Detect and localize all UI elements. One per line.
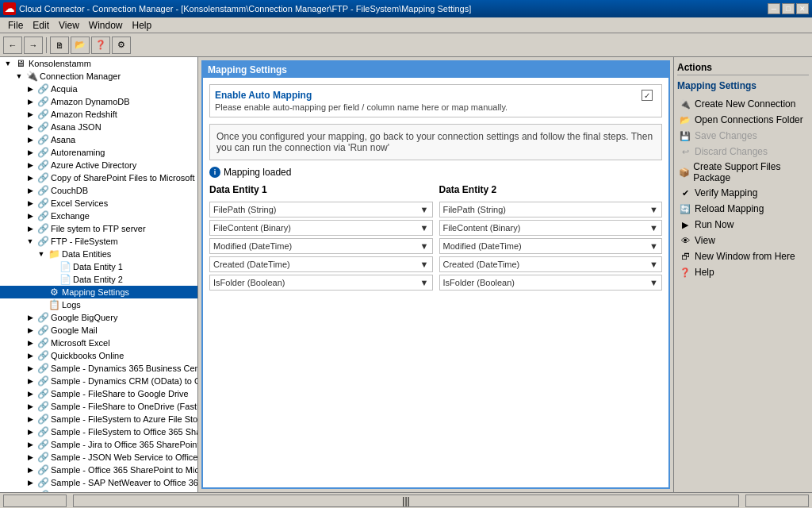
tree-autorenaming[interactable]: ▶ 🔗 Autorenaming — [0, 146, 197, 159]
action-new-window[interactable]: 🗗 New Window from Here — [677, 248, 809, 264]
tree-sample-dynamicscrm[interactable]: ▶ 🔗 Sample - Dynamics CRM (OData) to Of — [0, 375, 197, 387]
tree-amazon-redshift[interactable]: ▶ 🔗 Amazon Redshift — [0, 108, 197, 121]
close-button[interactable]: ✕ — [796, 3, 809, 14]
action-open-connections-folder[interactable]: 📂 Open Connections Folder — [677, 112, 809, 128]
menu-help[interactable]: Help — [128, 18, 157, 33]
mse-expander[interactable]: ▶ — [24, 339, 36, 347]
tree-data-entity-1[interactable]: 📄 Data Entity 1 — [0, 260, 197, 273]
action-help[interactable]: ❓ Help — [677, 264, 809, 280]
sj-expander[interactable]: ▶ — [24, 441, 36, 448]
sdcrm-expander[interactable]: ▶ — [24, 377, 36, 385]
fileftp-expander[interactable]: ▶ — [24, 225, 36, 233]
tree-amazon-dynamodb[interactable]: ▶ 🔗 Amazon DynamoDB — [0, 95, 197, 108]
sfsg-expander[interactable]: ▶ — [24, 390, 36, 398]
dynamodb-expander[interactable]: ▶ — [24, 98, 36, 106]
tree-azure-ad[interactable]: ▶ 🔗 Azure Active Directory — [0, 159, 197, 171]
tree-data-entities[interactable]: ▼ 📁 Data Entities — [0, 248, 197, 260]
tree-sample-dynamics365[interactable]: ▶ 🔗 Sample - Dynamics 365 Business Centr — [0, 362, 197, 375]
minimize-button[interactable]: ─ — [768, 3, 780, 14]
restore-button[interactable]: □ — [782, 3, 795, 14]
entity2-select-1[interactable]: FileContent (Binary) ▼ — [439, 220, 663, 236]
asana-expander[interactable]: ▶ — [24, 136, 36, 144]
sfsa-expander[interactable]: ▶ — [24, 415, 36, 423]
asanajson-expander[interactable]: ▶ — [24, 123, 36, 131]
entity1-select-2[interactable]: Modified (DateTime) ▼ — [209, 238, 433, 254]
cm-expander[interactable]: ▼ — [13, 72, 25, 80]
entity2-select-2[interactable]: Modified (DateTime) ▼ — [439, 238, 663, 254]
tree-mapping-settings[interactable]: ⚙ Mapping Settings — [0, 286, 197, 298]
back-button[interactable]: ← — [3, 37, 22, 54]
action-discard-changes[interactable]: ↩ Discard Changes — [677, 144, 809, 160]
sharepoint-expander[interactable]: ▶ — [24, 174, 36, 182]
gm-expander[interactable]: ▶ — [24, 326, 36, 334]
menu-edit[interactable]: Edit — [28, 18, 54, 33]
acquia-expander[interactable]: ▶ — [24, 85, 36, 93]
menu-file[interactable]: File — [3, 18, 28, 33]
tree-sample-filesystem-office[interactable]: ▶ 🔗 Sample - FileSystem to Office 365 Sh… — [0, 425, 197, 438]
tree-asana[interactable]: ▶ 🔗 Asana — [0, 133, 197, 146]
qb-expander[interactable]: ▶ — [24, 352, 36, 360]
ssap-expander[interactable]: ▶ — [24, 479, 36, 487]
action-reload-mapping[interactable]: 🔄 Reload Mapping — [677, 201, 809, 217]
tree-copy-sharepoint[interactable]: ▶ 🔗 Copy of SharePoint Files to Microsof… — [0, 171, 197, 184]
tree-sample-sap[interactable]: ▶ 🔗 Sample - SAP NetWeaver to Office 365 — [0, 476, 197, 489]
excel-expander[interactable]: ▶ — [24, 199, 36, 207]
ssql-expander[interactable]: ▶ — [24, 491, 36, 492]
sfso-expander[interactable]: ▶ — [24, 402, 36, 410]
tree-logs[interactable]: 📋 Logs — [0, 298, 197, 311]
open-button[interactable]: 📂 — [71, 37, 90, 54]
redshift-expander[interactable]: ▶ — [24, 110, 36, 118]
tree-ftp-filesystem[interactable]: ▼ 🔗 FTP - FileSystem — [0, 235, 197, 248]
new-button[interactable]: 🗎 — [50, 37, 69, 54]
so365-expander[interactable]: ▶ — [24, 466, 36, 474]
tree-google-bq[interactable]: ▶ 🔗 Google BigQuery — [0, 311, 197, 324]
tree-sample-jira[interactable]: ▶ 🔗 Sample - Jira to Office 365 SharePoi… — [0, 438, 197, 451]
entity2-select-0[interactable]: FilePath (String) ▼ — [439, 202, 663, 217]
entity2-select-4[interactable]: IsFolder (Boolean) ▼ — [439, 275, 663, 291]
action-save-changes[interactable]: 💾 Save Changes — [677, 128, 809, 144]
tree-data-entity-2[interactable]: 📄 Data Entity 2 — [0, 273, 197, 286]
tree-excel-services[interactable]: ▶ 🔗 Excel Services — [0, 197, 197, 210]
auto-mapping-checkbox[interactable] — [642, 90, 653, 101]
action-create-support-files[interactable]: 📦 Create Support Files Package — [677, 160, 809, 185]
sjson-expander[interactable]: ▶ — [24, 453, 36, 461]
tree-sample-fileshare-google[interactable]: ▶ 🔗 Sample - FileShare to Google Drive — [0, 387, 197, 400]
tree-couchdb[interactable]: ▶ 🔗 CouchDB — [0, 184, 197, 197]
entity2-select-3[interactable]: Created (DateTime) ▼ — [439, 256, 663, 272]
couchdb-expander[interactable]: ▶ — [24, 187, 36, 194]
menu-window[interactable]: Window — [84, 18, 128, 33]
tree-root[interactable]: ▼ 🖥 Konsolenstamm — [0, 57, 197, 70]
action-create-new-connection[interactable]: 🔌 Create New Connection — [677, 96, 809, 112]
entity1-select-4[interactable]: IsFolder (Boolean) ▼ — [209, 275, 433, 291]
tree-sample-fileshare-onedrive[interactable]: ▶ 🔗 Sample - FileShare to OneDrive (Fast… — [0, 400, 197, 413]
settings-button[interactable]: ⚙ — [112, 37, 131, 54]
forward-button[interactable]: → — [24, 37, 43, 54]
action-view[interactable]: 👁 View — [677, 233, 809, 248]
help-button[interactable]: ❓ — [91, 37, 110, 54]
tree-google-mail[interactable]: ▶ 🔗 Google Mail — [0, 324, 197, 337]
tree-connection-manager[interactable]: ▼ 🔌 Connection Manager — [0, 70, 197, 83]
exchange-expander[interactable]: ▶ — [24, 212, 36, 220]
tree-sample-sql[interactable]: ▶ 🔗 Sample - SQL to Office 365 SharePoin… — [0, 489, 197, 492]
autorenaming-expander[interactable]: ▶ — [24, 148, 36, 156]
tree-sample-json[interactable]: ▶ 🔗 Sample - JSON Web Service to Office … — [0, 451, 197, 464]
left-panel[interactable]: ▼ 🖥 Konsolenstamm ▼ 🔌 Connection Manager… — [0, 57, 198, 492]
ftpfs-expander[interactable]: ▼ — [24, 237, 36, 245]
azure-expander[interactable]: ▶ — [24, 161, 36, 169]
tree-file-ftp[interactable]: ▶ 🔗 File sytem to FTP server — [0, 222, 197, 235]
menu-view[interactable]: View — [54, 18, 84, 33]
action-run-now[interactable]: ▶ Run Now — [677, 217, 809, 233]
tree-acquia[interactable]: ▶ 🔗 Acquia — [0, 83, 197, 95]
root-expander[interactable]: ▼ — [2, 60, 14, 67]
tree-ms-excel[interactable]: ▶ 🔗 Microsoft Excel — [0, 337, 197, 349]
tree-sample-filesystem-azure[interactable]: ▶ 🔗 Sample - FileSystem to Azure File St… — [0, 413, 197, 425]
de-expander[interactable]: ▼ — [35, 250, 48, 258]
entity1-select-0[interactable]: FilePath (String) ▼ — [209, 202, 433, 217]
entity1-select-1[interactable]: FileContent (Binary) ▼ — [209, 220, 433, 236]
entity1-select-3[interactable]: Created (DateTime) ▼ — [209, 256, 433, 272]
tree-exchange[interactable]: ▶ 🔗 Exchange — [0, 210, 197, 222]
sd365-expander[interactable]: ▶ — [24, 364, 36, 372]
tree-asana-json[interactable]: ▶ 🔗 Asana JSON — [0, 121, 197, 133]
tree-sample-office365[interactable]: ▶ 🔗 Sample - Office 365 SharePoint to Mi… — [0, 464, 197, 476]
bq-expander[interactable]: ▶ — [24, 314, 36, 321]
